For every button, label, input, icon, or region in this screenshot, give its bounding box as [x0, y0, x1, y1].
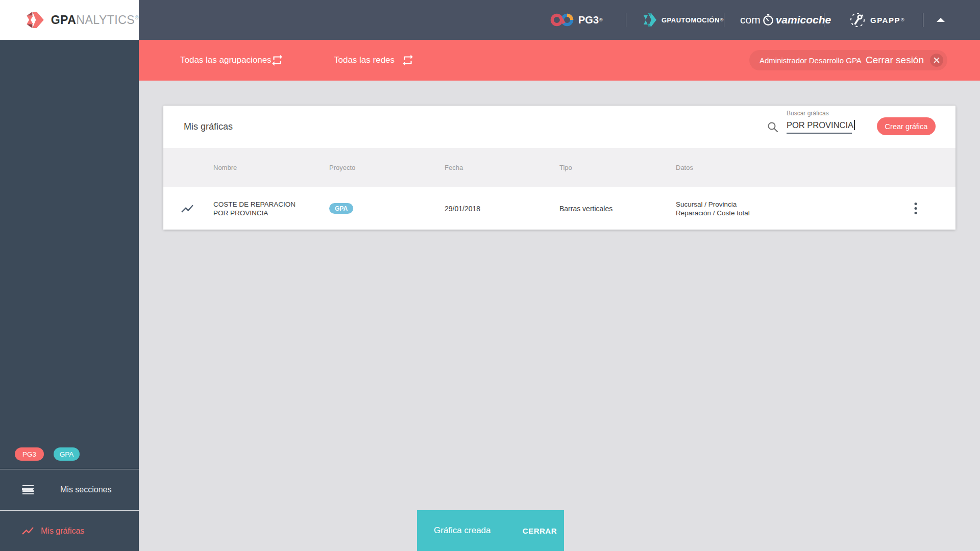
- column-header-datos: Datos: [676, 148, 693, 187]
- gpanalytics-wordmark: GPANALYTICS®: [51, 13, 139, 27]
- topbar-divider: [724, 13, 724, 27]
- search-input-label: Buscar gráficas: [787, 110, 855, 117]
- list-icon-bars: [22, 484, 34, 496]
- app-root: GPANALYTICS® PG3® GPAUTOMOCIÓN®: [0, 0, 980, 551]
- gpaapp-logo: GPAPP®: [849, 0, 904, 40]
- table-header: Nombre Proyecto Fecha Tipo Datos: [163, 148, 955, 187]
- search-icon: [767, 121, 779, 133]
- clock-icon: [762, 14, 774, 26]
- top-bar: PG3® GPAUTOMOCIÓN® com vamicoche: [139, 0, 980, 40]
- create-chart-button[interactable]: Crear gráfica: [877, 117, 936, 135]
- row-menu-button[interactable]: [908, 187, 924, 230]
- cell-datos: Sucursal / Provincia Reparación / Coste …: [676, 187, 750, 230]
- topbar-divider: [824, 13, 824, 27]
- pg3-infinity-icon: [550, 11, 574, 29]
- chevron-up-icon: [937, 18, 945, 22]
- swap-redes-icon[interactable]: [401, 54, 414, 67]
- filter-redes-label: Todas las redes: [334, 40, 395, 81]
- comprovamicoche-logo: com vamicoche: [740, 0, 831, 40]
- snackbar-close-button[interactable]: CERRAR: [523, 527, 557, 535]
- page-title: Mis gráficas: [184, 106, 233, 148]
- filter-bar: Todas las agrupaciones Todas las redes A…: [139, 40, 980, 81]
- card-header: Mis gráficas Buscar gráficas POR PROVINC…: [163, 106, 955, 148]
- sidebar-item-mis-graficas[interactable]: Mis gráficas: [0, 511, 139, 551]
- search-input[interactable]: Buscar gráficas POR PROVINCIA: [787, 110, 855, 134]
- column-header-proyecto: Proyecto: [329, 148, 355, 187]
- session-pill: Administrador Desarrollo GPA Cerrar sesi…: [749, 50, 947, 70]
- cell-tipo: Barras verticales: [559, 187, 612, 230]
- gpanalytics-logo: GPANALYTICS®: [0, 0, 139, 40]
- column-header-nombre: Nombre: [213, 148, 237, 187]
- cell-datos-line1: Sucursal / Provincia: [676, 200, 750, 209]
- cell-proyecto: GPA: [329, 187, 353, 230]
- snackbar-message: Gráfica creada: [434, 525, 491, 536]
- gpa-arrow-icon: [22, 7, 44, 33]
- badge-gpa[interactable]: GPA: [54, 447, 80, 461]
- logged-user-label: Administrador Desarrollo GPA: [760, 56, 862, 65]
- kebab-icon: [914, 202, 917, 215]
- badge-pg3[interactable]: PG3: [15, 447, 44, 461]
- chart-line-icon: [20, 524, 35, 538]
- collapse-topbar-button[interactable]: [929, 0, 952, 40]
- cell-nombre: COSTE DE REPARACION POR PROVINCIA: [213, 187, 305, 230]
- charts-card: Mis gráficas Buscar gráficas POR PROVINC…: [163, 106, 955, 230]
- topbar-divider: [923, 13, 923, 27]
- pg3-logo: PG3®: [550, 0, 603, 40]
- project-badge: GPA: [329, 203, 353, 214]
- filter-agrupaciones-label: Todas las agrupaciones: [180, 40, 272, 81]
- sidebar: PG3 GPA Mis secciones Mis gráficas: [0, 40, 139, 551]
- gpautomocion-logo: GPAUTOMOCIÓN®: [642, 0, 724, 40]
- sidebar-badges: PG3 GPA: [15, 447, 80, 461]
- cell-fecha: 29/01/2018: [445, 187, 480, 230]
- table-row[interactable]: COSTE DE REPARACION POR PROVINCIA GPA 29…: [163, 187, 955, 230]
- search-input-value: POR PROVINCIA: [787, 120, 853, 130]
- column-header-tipo: Tipo: [559, 148, 572, 187]
- logout-close-icon[interactable]: [930, 54, 943, 67]
- column-header-fecha: Fecha: [445, 148, 463, 187]
- input-underline: [787, 133, 852, 134]
- cell-datos-line2: Reparación / Coste total: [676, 209, 750, 217]
- main-content: Mis gráficas Buscar gráficas POR PROVINC…: [139, 81, 980, 551]
- swap-agrupaciones-icon[interactable]: [271, 54, 284, 67]
- snackbar: Gráfica creada CERRAR: [417, 510, 564, 551]
- logout-button[interactable]: Cerrar sesión: [866, 55, 924, 66]
- topbar-divider: [626, 13, 626, 27]
- gpautomocion-arrow-icon: [642, 12, 657, 28]
- text-cursor: [854, 120, 855, 130]
- row-chart-type-icon: [180, 187, 194, 230]
- wrench-icon: [849, 12, 866, 28]
- sidebar-item-mis-secciones[interactable]: Mis secciones: [0, 469, 139, 510]
